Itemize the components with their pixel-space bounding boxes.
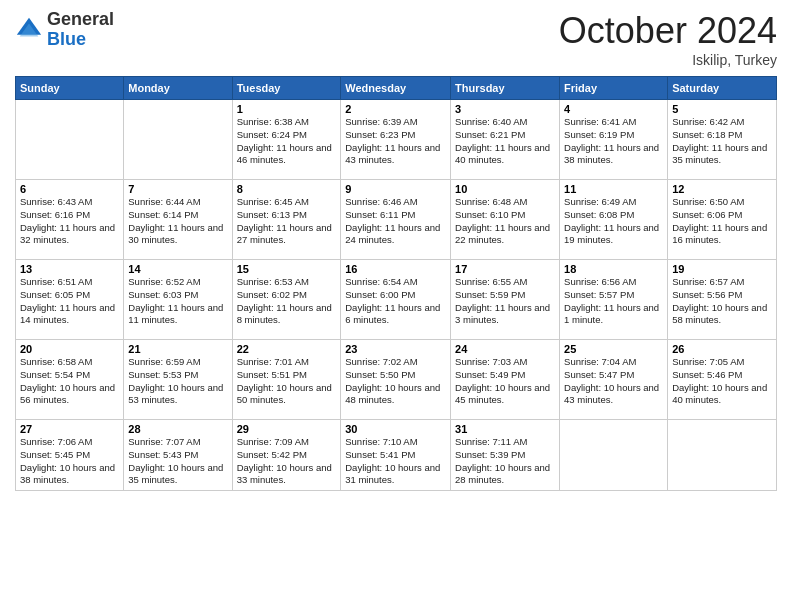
day-info: Sunrise: 7:07 AMSunset: 5:43 PMDaylight:… xyxy=(128,436,227,487)
calendar-cell xyxy=(560,420,668,491)
calendar-cell: 6Sunrise: 6:43 AMSunset: 6:16 PMDaylight… xyxy=(16,180,124,260)
day-info: Sunrise: 6:38 AMSunset: 6:24 PMDaylight:… xyxy=(237,116,337,167)
calendar-cell: 3Sunrise: 6:40 AMSunset: 6:21 PMDaylight… xyxy=(451,100,560,180)
day-info: Sunrise: 6:48 AMSunset: 6:10 PMDaylight:… xyxy=(455,196,555,247)
day-info: Sunrise: 6:41 AMSunset: 6:19 PMDaylight:… xyxy=(564,116,663,167)
day-number: 6 xyxy=(20,183,119,195)
calendar-cell: 24Sunrise: 7:03 AMSunset: 5:49 PMDayligh… xyxy=(451,340,560,420)
day-info: Sunrise: 6:54 AMSunset: 6:00 PMDaylight:… xyxy=(345,276,446,327)
day-header: Saturday xyxy=(668,77,777,100)
day-header: Thursday xyxy=(451,77,560,100)
day-info: Sunrise: 7:05 AMSunset: 5:46 PMDaylight:… xyxy=(672,356,772,407)
day-number: 22 xyxy=(237,343,337,355)
day-header: Monday xyxy=(124,77,232,100)
day-info: Sunrise: 6:56 AMSunset: 5:57 PMDaylight:… xyxy=(564,276,663,327)
day-info: Sunrise: 6:52 AMSunset: 6:03 PMDaylight:… xyxy=(128,276,227,327)
calendar-cell: 13Sunrise: 6:51 AMSunset: 6:05 PMDayligh… xyxy=(16,260,124,340)
day-header: Sunday xyxy=(16,77,124,100)
header: General Blue October 2024 Iskilip, Turke… xyxy=(15,10,777,68)
logo-blue: Blue xyxy=(47,30,114,50)
calendar-cell: 25Sunrise: 7:04 AMSunset: 5:47 PMDayligh… xyxy=(560,340,668,420)
calendar-cell: 18Sunrise: 6:56 AMSunset: 5:57 PMDayligh… xyxy=(560,260,668,340)
calendar-cell: 31Sunrise: 7:11 AMSunset: 5:39 PMDayligh… xyxy=(451,420,560,491)
day-info: Sunrise: 7:11 AMSunset: 5:39 PMDaylight:… xyxy=(455,436,555,487)
calendar-cell: 9Sunrise: 6:46 AMSunset: 6:11 PMDaylight… xyxy=(341,180,451,260)
calendar-cell: 14Sunrise: 6:52 AMSunset: 6:03 PMDayligh… xyxy=(124,260,232,340)
calendar-cell: 11Sunrise: 6:49 AMSunset: 6:08 PMDayligh… xyxy=(560,180,668,260)
day-number: 9 xyxy=(345,183,446,195)
calendar-cell: 22Sunrise: 7:01 AMSunset: 5:51 PMDayligh… xyxy=(232,340,341,420)
calendar-week-row: 1Sunrise: 6:38 AMSunset: 6:24 PMDaylight… xyxy=(16,100,777,180)
day-number: 8 xyxy=(237,183,337,195)
day-info: Sunrise: 7:09 AMSunset: 5:42 PMDaylight:… xyxy=(237,436,337,487)
day-info: Sunrise: 6:50 AMSunset: 6:06 PMDaylight:… xyxy=(672,196,772,247)
day-number: 26 xyxy=(672,343,772,355)
day-info: Sunrise: 6:42 AMSunset: 6:18 PMDaylight:… xyxy=(672,116,772,167)
calendar-week-row: 13Sunrise: 6:51 AMSunset: 6:05 PMDayligh… xyxy=(16,260,777,340)
day-number: 15 xyxy=(237,263,337,275)
day-number: 27 xyxy=(20,423,119,435)
calendar-cell: 30Sunrise: 7:10 AMSunset: 5:41 PMDayligh… xyxy=(341,420,451,491)
day-number: 18 xyxy=(564,263,663,275)
day-number: 3 xyxy=(455,103,555,115)
day-info: Sunrise: 6:43 AMSunset: 6:16 PMDaylight:… xyxy=(20,196,119,247)
logo: General Blue xyxy=(15,10,114,50)
page: General Blue October 2024 Iskilip, Turke… xyxy=(0,0,792,612)
calendar-cell: 20Sunrise: 6:58 AMSunset: 5:54 PMDayligh… xyxy=(16,340,124,420)
day-info: Sunrise: 7:03 AMSunset: 5:49 PMDaylight:… xyxy=(455,356,555,407)
location: Iskilip, Turkey xyxy=(559,52,777,68)
day-number: 20 xyxy=(20,343,119,355)
day-number: 21 xyxy=(128,343,227,355)
calendar-cell: 8Sunrise: 6:45 AMSunset: 6:13 PMDaylight… xyxy=(232,180,341,260)
calendar-cell: 7Sunrise: 6:44 AMSunset: 6:14 PMDaylight… xyxy=(124,180,232,260)
calendar-cell: 2Sunrise: 6:39 AMSunset: 6:23 PMDaylight… xyxy=(341,100,451,180)
month-title: October 2024 xyxy=(559,10,777,52)
day-number: 29 xyxy=(237,423,337,435)
day-info: Sunrise: 6:46 AMSunset: 6:11 PMDaylight:… xyxy=(345,196,446,247)
day-number: 24 xyxy=(455,343,555,355)
day-info: Sunrise: 6:58 AMSunset: 5:54 PMDaylight:… xyxy=(20,356,119,407)
calendar-week-row: 20Sunrise: 6:58 AMSunset: 5:54 PMDayligh… xyxy=(16,340,777,420)
calendar-cell: 23Sunrise: 7:02 AMSunset: 5:50 PMDayligh… xyxy=(341,340,451,420)
day-number: 14 xyxy=(128,263,227,275)
logo-text: General Blue xyxy=(47,10,114,50)
day-info: Sunrise: 6:40 AMSunset: 6:21 PMDaylight:… xyxy=(455,116,555,167)
calendar-cell xyxy=(16,100,124,180)
day-info: Sunrise: 6:51 AMSunset: 6:05 PMDaylight:… xyxy=(20,276,119,327)
calendar-week-row: 27Sunrise: 7:06 AMSunset: 5:45 PMDayligh… xyxy=(16,420,777,491)
calendar-cell: 19Sunrise: 6:57 AMSunset: 5:56 PMDayligh… xyxy=(668,260,777,340)
calendar-cell: 27Sunrise: 7:06 AMSunset: 5:45 PMDayligh… xyxy=(16,420,124,491)
day-header: Wednesday xyxy=(341,77,451,100)
day-info: Sunrise: 6:53 AMSunset: 6:02 PMDaylight:… xyxy=(237,276,337,327)
day-number: 2 xyxy=(345,103,446,115)
calendar-cell xyxy=(124,100,232,180)
calendar-cell: 17Sunrise: 6:55 AMSunset: 5:59 PMDayligh… xyxy=(451,260,560,340)
day-number: 30 xyxy=(345,423,446,435)
day-header: Tuesday xyxy=(232,77,341,100)
day-number: 11 xyxy=(564,183,663,195)
calendar-cell: 5Sunrise: 6:42 AMSunset: 6:18 PMDaylight… xyxy=(668,100,777,180)
day-number: 1 xyxy=(237,103,337,115)
calendar-cell xyxy=(668,420,777,491)
calendar-cell: 21Sunrise: 6:59 AMSunset: 5:53 PMDayligh… xyxy=(124,340,232,420)
day-number: 17 xyxy=(455,263,555,275)
calendar-cell: 10Sunrise: 6:48 AMSunset: 6:10 PMDayligh… xyxy=(451,180,560,260)
calendar-week-row: 6Sunrise: 6:43 AMSunset: 6:16 PMDaylight… xyxy=(16,180,777,260)
calendar-cell: 4Sunrise: 6:41 AMSunset: 6:19 PMDaylight… xyxy=(560,100,668,180)
day-number: 31 xyxy=(455,423,555,435)
day-info: Sunrise: 7:04 AMSunset: 5:47 PMDaylight:… xyxy=(564,356,663,407)
day-number: 25 xyxy=(564,343,663,355)
calendar-cell: 12Sunrise: 6:50 AMSunset: 6:06 PMDayligh… xyxy=(668,180,777,260)
day-info: Sunrise: 6:44 AMSunset: 6:14 PMDaylight:… xyxy=(128,196,227,247)
day-info: Sunrise: 6:55 AMSunset: 5:59 PMDaylight:… xyxy=(455,276,555,327)
day-number: 10 xyxy=(455,183,555,195)
logo-general: General xyxy=(47,10,114,30)
day-info: Sunrise: 6:49 AMSunset: 6:08 PMDaylight:… xyxy=(564,196,663,247)
day-info: Sunrise: 6:39 AMSunset: 6:23 PMDaylight:… xyxy=(345,116,446,167)
calendar-cell: 16Sunrise: 6:54 AMSunset: 6:00 PMDayligh… xyxy=(341,260,451,340)
day-info: Sunrise: 6:57 AMSunset: 5:56 PMDaylight:… xyxy=(672,276,772,327)
day-info: Sunrise: 6:59 AMSunset: 5:53 PMDaylight:… xyxy=(128,356,227,407)
title-block: October 2024 Iskilip, Turkey xyxy=(559,10,777,68)
day-number: 28 xyxy=(128,423,227,435)
day-number: 5 xyxy=(672,103,772,115)
